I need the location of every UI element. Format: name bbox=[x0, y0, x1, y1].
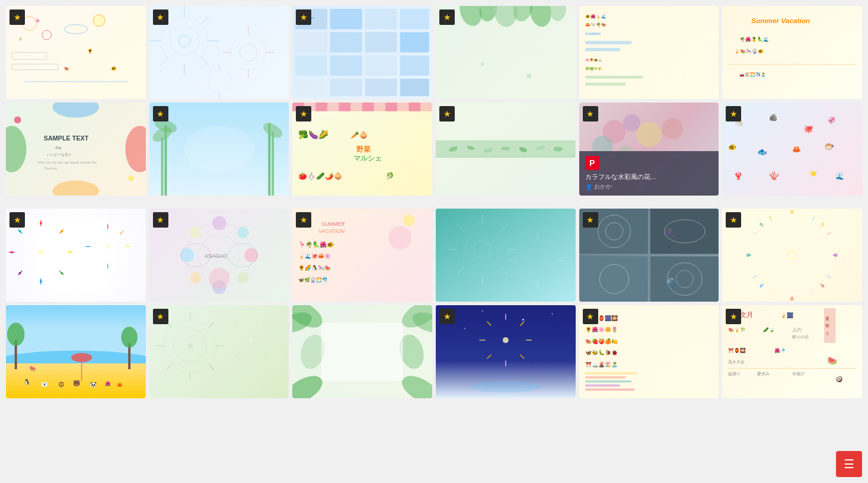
card-image-8 bbox=[149, 103, 289, 196]
svg-rect-41 bbox=[330, 55, 362, 75]
svg-point-160 bbox=[237, 272, 249, 284]
svg-text:🍇: 🍇 bbox=[663, 226, 675, 237]
card-image-15: SUMMER VACATION 🦩🌴🦜🌺🐠 🍦🌊🐙🦀🌸 🌻🌈🐧🎠🍉 🦋🌿🎡🌅🐬 bbox=[292, 209, 432, 302]
card-6[interactable]: Summer Vacation 🌴🌺🍍🦜🌊 🍦🍉🎠🎡🐠 🚗🏖️🌅✈️🏝️ bbox=[722, 6, 862, 99]
svg-text:🍉🍓🍑🍊🍋: 🍉🍓🍑🍊🍋 bbox=[585, 338, 618, 345]
gallery-row-1: ★ 🍦 🌸 🌻 🐠 🍉 bbox=[6, 6, 862, 99]
svg-text:夏: 夏 bbox=[825, 316, 829, 321]
svg-text:🦀🐚🌴🍉: 🦀🐚🌴🍉 bbox=[585, 22, 606, 27]
svg-line-220 bbox=[827, 276, 831, 278]
svg-text:盆踊り: 盆踊り bbox=[728, 372, 741, 376]
card-4[interactable]: ★ bbox=[436, 6, 576, 99]
card-5[interactable]: 🐠🌺🍦🌊 🦀🐚🌴🍉 SUMMER 🌸🌻🦋🍃 🍀🌿🎋🌾 bbox=[579, 6, 719, 99]
star-badge-13: ★ bbox=[9, 212, 25, 228]
card-17[interactable]: ★ 🍇 🌊 bbox=[579, 209, 719, 302]
card-21[interactable] bbox=[292, 305, 432, 398]
svg-point-73 bbox=[53, 103, 100, 118]
svg-line-259 bbox=[166, 364, 171, 370]
svg-text:🍦: 🍦 bbox=[18, 36, 23, 41]
svg-text:🌊: 🌊 bbox=[666, 277, 677, 287]
svg-point-1 bbox=[42, 30, 52, 40]
svg-rect-198 bbox=[650, 257, 719, 302]
svg-point-285 bbox=[522, 319, 524, 321]
card-image-12: 🐚 🪨 🐙 🦑 🐠 🐟 🦀 🐡 🦞 🪸 ⭐ 🌊 bbox=[722, 103, 862, 196]
svg-text:🍉: 🍉 bbox=[64, 66, 69, 71]
card-11[interactable]: ★ P カラフルな水彩風の花… 👤 bbox=[579, 103, 719, 196]
card-3[interactable]: ★ bbox=[292, 6, 432, 99]
card-10[interactable]: ★ bbox=[436, 103, 576, 196]
svg-line-221 bbox=[753, 232, 757, 235]
svg-rect-97 bbox=[409, 103, 421, 111]
svg-text:🥕🧅: 🥕🧅 bbox=[351, 131, 369, 139]
svg-point-146 bbox=[11, 251, 13, 254]
svg-line-265 bbox=[263, 324, 267, 328]
svg-rect-96 bbox=[385, 103, 397, 111]
svg-text:🐠: 🐠 bbox=[111, 65, 117, 71]
card-16[interactable] bbox=[436, 209, 576, 302]
svg-point-81 bbox=[128, 175, 134, 181]
pinterest-icon: P bbox=[585, 156, 599, 170]
svg-text:祭りの日: 祭りの日 bbox=[792, 335, 809, 340]
card-12[interactable]: ★ 🐚 🪨 🐙 🦑 🐠 🐟 🦀 🐡 🦞 🪸 ⭐ 🌊 bbox=[722, 103, 862, 196]
card-22[interactable]: ★ bbox=[436, 305, 576, 398]
svg-text:🌻🌈🐧🎠🍉: 🌻🌈🐧🎠🍉 bbox=[298, 264, 331, 271]
card-24[interactable]: ★ 7月 文月 🍦🎆 🍉🍦🎋 🥒🍃 上の 祭りの日 夏 祭 り bbox=[722, 305, 862, 398]
svg-text:🥥: 🥥 bbox=[836, 375, 844, 383]
svg-rect-321 bbox=[728, 368, 856, 369]
svg-rect-94 bbox=[339, 103, 351, 111]
svg-rect-281 bbox=[321, 323, 403, 381]
svg-text:🚗🏖️🌅✈️🏝️: 🚗🏖️🌅✈️🏝️ bbox=[740, 72, 767, 77]
gallery-row-2: SAMPLE TEXT For ハッピーな日々 Write your text … bbox=[6, 103, 862, 196]
star-badge-10: ★ bbox=[439, 106, 455, 121]
card-8[interactable]: ★ bbox=[149, 103, 289, 196]
svg-point-71 bbox=[6, 126, 26, 172]
star-badge-17: ★ bbox=[583, 212, 598, 228]
star-badge-23: ★ bbox=[583, 309, 598, 324]
svg-line-269 bbox=[235, 353, 239, 357]
svg-rect-69 bbox=[728, 64, 856, 65]
card-2[interactable]: ★ bbox=[149, 6, 289, 99]
svg-text:Write your text here, get star: Write your text here, get started, probl… bbox=[38, 161, 97, 164]
svg-text:🦑: 🦑 bbox=[827, 116, 836, 124]
card-1[interactable]: ★ 🍦 🌸 🌻 🐠 🍉 bbox=[6, 6, 146, 99]
svg-rect-47 bbox=[400, 79, 429, 96]
svg-text:🍦🌊🐙🦀🌸: 🍦🌊🐙🦀🌸 bbox=[298, 253, 331, 260]
svg-point-231 bbox=[760, 284, 763, 287]
svg-point-90 bbox=[184, 126, 254, 172]
card-19[interactable]: 🐧 🐻‍❄️ 🦁 🐻 🐼 🌺 🦀 🍉 bbox=[6, 305, 146, 398]
star-badge-22: ★ bbox=[439, 309, 455, 324]
svg-point-241 bbox=[121, 327, 137, 348]
card-18[interactable]: ★ bbox=[722, 209, 862, 302]
svg-text:花火大会: 花火大会 bbox=[728, 360, 745, 364]
svg-rect-95 bbox=[362, 103, 374, 111]
svg-rect-38 bbox=[365, 32, 397, 52]
card-9[interactable]: ★ 🥦🍆🌽 🥕🧅 野菜 マルシェ bbox=[292, 103, 432, 196]
card-20[interactable]: ★ bbox=[149, 305, 289, 398]
svg-text:🐼: 🐼 bbox=[90, 382, 97, 389]
star-badge-20: ★ bbox=[153, 309, 168, 324]
card-23[interactable]: ★ 🎋🎐🏮🎆🎇 🌻🌺🌸🌼🌷 🍉🍓🍑🍊🍋 🦋🐝🐛🐌🐞 ⛩️🏔️🌋🏖️🏝️ bbox=[579, 305, 719, 398]
card-image-14: ASAGAO bbox=[149, 209, 289, 302]
card-image-23: 🎋🎐🏮🎆🎇 🌻🌺🌸🌼🌷 🍉🍓🍑🍊🍋 🦋🐝🐛🐌🐞 ⛩️🏔️🌋🏖️🏝️ bbox=[579, 305, 719, 398]
svg-line-218 bbox=[770, 216, 772, 220]
card-image-2 bbox=[149, 6, 289, 99]
star-badge-3: ★ bbox=[296, 9, 311, 25]
svg-point-24 bbox=[240, 44, 257, 61]
svg-text:夏休み: 夏休み bbox=[757, 372, 770, 376]
card-15[interactable]: ★ SUMMER VACATION 🦩🌴🦜🌺🐠 🍦🌊🐙🦀🌸 🌻🌈🐧🎠🍉 🦋🌿🎡🌅… bbox=[292, 209, 432, 302]
svg-text:VACATION: VACATION bbox=[319, 228, 346, 234]
overlay-author: 👤 おかか bbox=[585, 183, 713, 191]
author-name: おかか bbox=[594, 183, 612, 191]
card-7[interactable]: SAMPLE TEXT For ハッピーな日々 Write your text … bbox=[6, 103, 146, 196]
svg-rect-304 bbox=[585, 376, 626, 379]
svg-line-255 bbox=[209, 322, 214, 328]
svg-point-234 bbox=[790, 253, 794, 258]
svg-text:水遊び: 水遊び bbox=[792, 372, 805, 376]
svg-text:⭐: ⭐ bbox=[810, 169, 818, 177]
svg-rect-65 bbox=[585, 83, 626, 86]
card-14[interactable]: ★ ASAGAO bbox=[149, 209, 289, 302]
svg-rect-83 bbox=[161, 137, 163, 196]
card-13[interactable]: ★ bbox=[6, 209, 146, 302]
svg-text:🥒🍃: 🥒🍃 bbox=[763, 327, 775, 333]
svg-point-262 bbox=[187, 343, 193, 349]
